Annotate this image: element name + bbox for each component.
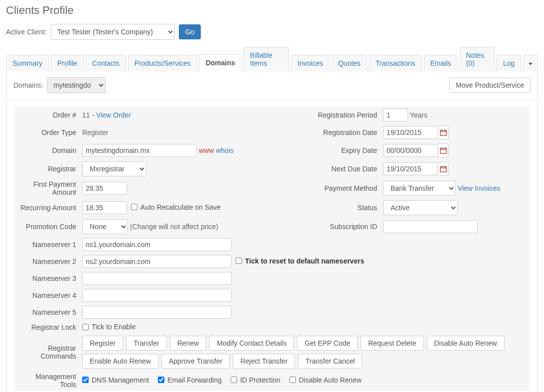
tab-billable[interactable]: Billable Items (244, 47, 289, 71)
expiry-input[interactable] (383, 144, 438, 157)
label-sub-id: Subscription ID (295, 217, 380, 236)
ns3-input[interactable] (82, 272, 232, 285)
cmd-modify-contact-button[interactable]: Modify Contact Details (209, 336, 294, 351)
svg-rect-4 (440, 148, 446, 154)
label-domain: Domain (14, 141, 79, 159)
tab-more-dropdown[interactable] (523, 55, 538, 71)
cmd-disable-auto-renew-button[interactable]: Disable Auto Renew (427, 336, 505, 351)
view-invoices-link[interactable]: View Invoices (458, 184, 500, 192)
label-ns3: Nameserver 3 (14, 270, 79, 287)
cmd-transfer-cancel-button[interactable]: Transfer Cancel (298, 354, 362, 369)
ns1-input[interactable] (82, 238, 232, 251)
active-client-select[interactable]: Test Tester (Tester's Company) (51, 24, 175, 40)
sub-id-input[interactable] (383, 220, 478, 233)
cmd-transfer-button[interactable]: Transfer (126, 336, 167, 351)
label-recurring: Recurring Amount (14, 198, 79, 217)
label-order-num: Order # (14, 107, 79, 124)
go-button[interactable]: Go (179, 24, 201, 39)
tab-products[interactable]: Products/Services (128, 55, 197, 71)
move-product-button[interactable]: Move Product/Service (449, 78, 531, 93)
tab-profile[interactable]: Profile (51, 55, 84, 71)
label-ns5: Nameserver 5 (14, 304, 79, 321)
tab-invoices[interactable]: Invoices (291, 55, 329, 71)
domain-select[interactable]: mytestingdo (47, 77, 106, 93)
cmd-enable-auto-renew-button[interactable]: Enable Auto Renew (82, 354, 158, 369)
www-link[interactable]: www (199, 146, 214, 154)
label-reg-lock: Registrar Lock (14, 321, 79, 334)
dns-mgmt-label[interactable]: DNS Management (82, 376, 149, 384)
cmd-get-epp-button[interactable]: Get EPP Code (297, 336, 358, 351)
label-expiry: Expiry Date (295, 141, 380, 159)
recurring-input[interactable] (82, 201, 127, 214)
svg-rect-0 (440, 131, 446, 136)
email-fwd-checkbox[interactable] (158, 377, 164, 383)
tab-emails[interactable]: Emails (424, 55, 458, 71)
payment-method-select[interactable]: Bank Transfer (383, 181, 456, 196)
svg-rect-2 (441, 130, 442, 131)
cmd-reject-transfer-button[interactable]: Reject Transfer (233, 354, 295, 369)
svg-rect-10 (441, 166, 442, 167)
label-reg-date: Registration Date (295, 124, 380, 141)
tab-contacts[interactable]: Contacts (86, 55, 126, 71)
svg-rect-8 (440, 167, 446, 172)
calendar-icon[interactable] (438, 162, 449, 176)
ns4-input[interactable] (82, 289, 232, 302)
label-ns1: Nameserver 1 (14, 236, 79, 253)
tab-transactions[interactable]: Transactions (369, 55, 422, 71)
first-payment-input[interactable] (82, 182, 127, 195)
label-promo: Promotion Code (14, 217, 79, 236)
calendar-icon[interactable] (438, 143, 449, 157)
chevron-down-icon (529, 63, 533, 65)
tab-summary[interactable]: Summary (6, 55, 49, 71)
disable-auto-label[interactable]: Disable Auto Renew (289, 376, 362, 384)
domain-input[interactable] (82, 144, 197, 157)
tab-notes[interactable]: Notes (0) (460, 47, 495, 71)
status-select[interactable]: Active (383, 200, 458, 215)
id-prot-label[interactable]: ID Protection (231, 376, 280, 384)
ns-reset-checkbox[interactable] (236, 258, 242, 264)
label-status: Status (295, 198, 380, 217)
svg-rect-6 (441, 147, 442, 149)
dns-mgmt-checkbox[interactable] (82, 377, 89, 383)
label-next-due: Next Due Date (295, 159, 380, 178)
cmd-request-delete-button[interactable]: Request Delete (361, 336, 424, 351)
next-due-input[interactable] (383, 162, 438, 175)
ns2-input[interactable] (82, 255, 232, 268)
reg-period-input[interactable] (383, 109, 408, 122)
cmd-approve-transfer-button[interactable]: Approve Transfer (161, 354, 230, 369)
svg-rect-7 (444, 147, 445, 149)
auto-recalc-checkbox[interactable] (131, 204, 137, 210)
auto-recalc-label[interactable]: Auto Recalculate on Save (131, 203, 221, 211)
reg-lock-label[interactable]: Tick to Enable (82, 323, 136, 331)
label-ns4: Nameserver 4 (14, 287, 79, 304)
promo-select[interactable]: None (82, 219, 128, 234)
reg-date-input[interactable] (383, 126, 438, 139)
ns5-input[interactable] (82, 306, 232, 319)
whois-link[interactable]: whois (216, 146, 234, 154)
cmd-renew-button[interactable]: Renew (170, 336, 207, 351)
label-payment-method: Payment Method (295, 178, 380, 198)
registrar-select[interactable]: Mxregistrar (82, 161, 146, 176)
tab-quotes[interactable]: Quotes (332, 55, 367, 71)
label-reg-commands: Registrar Commands (14, 334, 79, 371)
reg-period-unit: Years (410, 111, 427, 119)
id-prot-checkbox[interactable] (231, 377, 237, 383)
order-type: Register (79, 124, 295, 141)
disable-auto-checkbox[interactable] (289, 377, 296, 383)
cmd-register-button[interactable]: Register (82, 336, 123, 351)
reg-lock-checkbox[interactable] (82, 324, 89, 330)
email-fwd-label[interactable]: Email Forwarding (158, 376, 222, 384)
domain-form: Order # 11 - View Order Registration Per… (6, 100, 538, 392)
label-mgmt-tools: Management Tools (14, 371, 79, 391)
svg-rect-11 (444, 166, 445, 167)
label-ns2: Nameserver 2 (14, 253, 79, 270)
order-num: 11 (82, 111, 90, 119)
label-order-type: Order Type (14, 124, 79, 141)
label-reg-period: Registration Period (295, 107, 380, 124)
view-order-link[interactable]: View Order (96, 111, 131, 119)
calendar-icon[interactable] (438, 126, 449, 139)
svg-rect-3 (444, 130, 445, 131)
ns-reset-label[interactable]: Tick to reset to default nameservers (236, 257, 364, 265)
tab-log[interactable]: Log (497, 55, 521, 71)
tab-domains[interactable]: Domains (199, 54, 242, 71)
